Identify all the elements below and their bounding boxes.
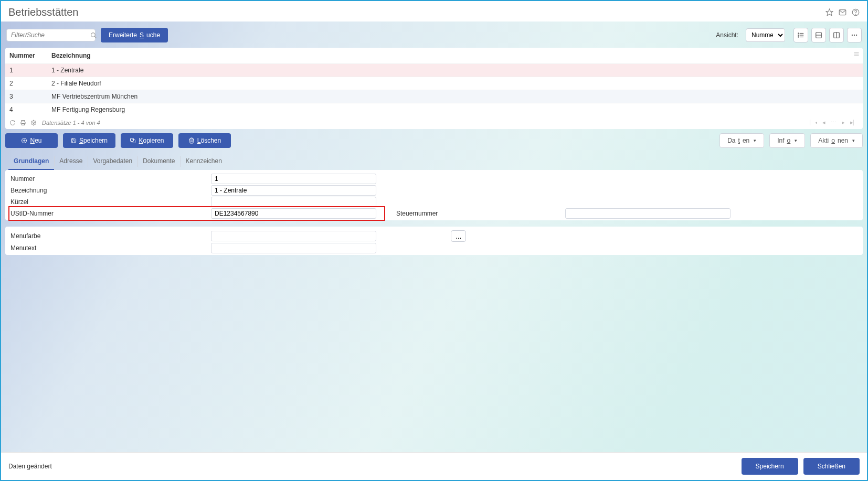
view-label: Ansicht: [716, 31, 738, 39]
label-nummer: Nummer [10, 175, 211, 183]
grid-footer: Datensätze 1 - 4 von 4 ⎸◂ ◂ ⋯ ▸ ▸⎸ [5, 116, 863, 129]
gear-icon[interactable] [30, 120, 37, 126]
cell-nummer: 3 [9, 93, 51, 100]
cell-nummer: 2 [9, 80, 51, 87]
cell-nummer: 1 [9, 67, 51, 74]
svg-line-5 [94, 36, 96, 38]
page-more-icon[interactable]: ⋯ [831, 119, 837, 126]
action-bar: Neu Speichern Kopieren Löschen Daten▾ In… [5, 133, 863, 148]
extended-search-button[interactable]: Erweiterte Suche [101, 28, 168, 42]
row-bezeichnung: Bezeichnung [10, 185, 858, 196]
cell-bezeichnung: 2 - Filiale Neudorf [51, 80, 101, 87]
cell-nummer: 4 [9, 106, 51, 113]
mail-icon[interactable] [839, 8, 846, 16]
table-row[interactable]: 4MF Fertigung Regensburg [5, 103, 863, 116]
table-row[interactable]: 11 - Zentrale [5, 63, 863, 77]
search-toolbar: Erweiterte Suche Ansicht: Nummer [5, 26, 863, 45]
tab-vorgabedaten[interactable]: Vorgabedaten [88, 153, 137, 170]
daten-dropdown[interactable]: Daten▾ [719, 133, 764, 148]
grid-pagination: ⎸◂ ◂ ⋯ ▸ ▸⎸ [810, 119, 859, 126]
cell-bezeichnung: MF Fertigung Regensburg [51, 106, 125, 113]
svg-point-16 [852, 35, 853, 36]
cell-bezeichnung: MF Vertriebszentrum München [51, 93, 137, 100]
split-horizontal-icon[interactable] [811, 28, 826, 42]
label-menufarbe: Menufarbe [10, 232, 211, 240]
page-prev-icon[interactable]: ◂ [822, 119, 825, 126]
page-last-icon[interactable]: ▸⎸ [850, 119, 859, 126]
svg-point-18 [856, 35, 857, 36]
tab-grundlagen[interactable]: Grundlagen [8, 153, 54, 170]
input-kuerzel[interactable] [211, 197, 376, 207]
tab-kennzeichen[interactable]: Kennzeichen [181, 153, 227, 170]
menufarbe-picker-button[interactable]: ... [451, 230, 466, 242]
page-next-icon[interactable]: ▸ [842, 119, 845, 126]
header-icons [825, 8, 860, 16]
grid-menu-icon[interactable] [853, 51, 860, 57]
main-area: Erweiterte Suche Ansicht: Nummer Nummer … [1, 22, 867, 452]
form-panel: Nummer Bezeichnung Kürzel UStID-Nummer S… [5, 170, 863, 220]
view-icon-group [793, 28, 862, 42]
view-select[interactable]: Nummer [746, 28, 785, 42]
svg-point-4 [91, 33, 96, 37]
row-menufarbe: Menufarbe ... [10, 230, 858, 242]
save-button[interactable]: Speichern [63, 133, 115, 148]
svg-point-11 [798, 37, 799, 37]
search-input[interactable] [11, 31, 90, 39]
status-text: Daten geändert [8, 463, 742, 470]
delete-button[interactable]: Löschen [178, 133, 231, 148]
svg-point-10 [798, 35, 799, 35]
aktionen-dropdown[interactable]: Aktionen▾ [810, 133, 863, 148]
svg-point-3 [855, 14, 856, 15]
help-icon[interactable] [852, 8, 860, 16]
row-nummer: Nummer [10, 173, 858, 185]
label-kuerzel: Kürzel [10, 198, 211, 206]
search-icon[interactable] [90, 32, 97, 39]
svg-marker-0 [826, 9, 833, 16]
split-vertical-icon[interactable] [829, 28, 844, 42]
label-ustid: UStID-Nummer [10, 210, 211, 217]
more-icon[interactable] [847, 28, 862, 42]
label-bezeichnung: Bezeichnung [10, 187, 211, 194]
svg-point-25 [33, 122, 35, 123]
input-bezeichnung[interactable] [211, 185, 376, 196]
copy-button[interactable]: Kopieren [121, 133, 173, 148]
form-panel-2: Menufarbe ... Menutext [5, 227, 863, 255]
grid-header-nummer[interactable]: Nummer [9, 52, 51, 59]
new-button[interactable]: Neu [5, 133, 58, 148]
footer-close-button[interactable]: Schließen [803, 458, 860, 475]
input-menutext[interactable] [211, 243, 376, 253]
refresh-icon[interactable] [9, 120, 16, 126]
info-dropdown[interactable]: Info▾ [769, 133, 805, 148]
page-footer: Daten geändert Speichern Schließen [1, 452, 867, 480]
grid-body: 11 - Zentrale22 - Filiale Neudorf3MF Ver… [5, 63, 863, 116]
grid-footer-text: Datensätze 1 - 4 von 4 [42, 120, 100, 126]
page-title: Betriebsstätten [8, 6, 825, 18]
label-steuernummer: Steuernummer [376, 210, 565, 217]
table-row[interactable]: 22 - Filiale Neudorf [5, 77, 863, 90]
row-menutext: Menutext [10, 242, 858, 254]
row-ustid: UStID-Nummer Steuernummer [10, 208, 858, 219]
table-row[interactable]: 3MF Vertriebszentrum München [5, 90, 863, 103]
cell-bezeichnung: 1 - Zentrale [51, 67, 83, 74]
row-kuerzel: Kürzel [10, 196, 858, 208]
page-header: Betriebsstätten [1, 1, 867, 22]
footer-save-button[interactable]: Speichern [742, 458, 798, 475]
input-menufarbe[interactable] [211, 231, 376, 241]
input-ustid[interactable] [211, 208, 376, 219]
tab-dokumente[interactable]: Dokumente [137, 153, 180, 170]
detail-tabs: Grundlagen Adresse Vorgabedaten Dokument… [5, 153, 863, 170]
label-menutext: Menutext [10, 244, 211, 252]
grid-header-bezeichnung[interactable]: Bezeichnung [51, 52, 91, 59]
input-steuernummer[interactable] [565, 208, 731, 219]
grid-header-row: Nummer Bezeichnung [5, 48, 863, 63]
star-icon[interactable] [825, 8, 833, 16]
list-view-icon[interactable] [793, 28, 808, 42]
svg-point-17 [854, 35, 855, 36]
svg-point-9 [798, 33, 799, 34]
page-first-icon[interactable]: ⎸◂ [810, 119, 817, 126]
input-nummer[interactable] [211, 174, 376, 184]
search-input-wrapper[interactable] [6, 29, 96, 41]
grid-panel: Nummer Bezeichnung 11 - Zentrale22 - Fil… [5, 48, 863, 129]
tab-adresse[interactable]: Adresse [54, 153, 88, 170]
print-icon[interactable] [20, 120, 26, 126]
